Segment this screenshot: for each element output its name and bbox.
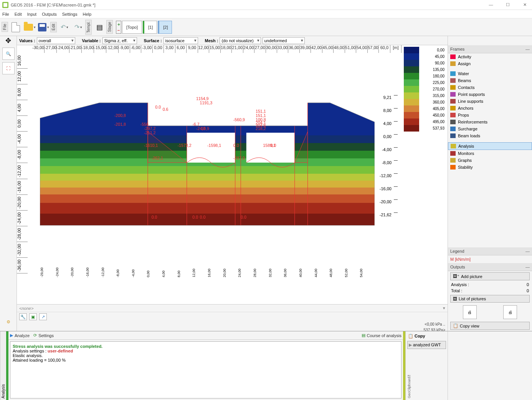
add-picture-button[interactable]: 🖼⁺Add picture <box>450 272 530 280</box>
redo-icon: ↷ <box>74 23 79 31</box>
geoclipboard-label: GeoClipboard™ <box>407 373 411 398</box>
frame-icon <box>450 133 456 138</box>
frame-item-monitors[interactable]: Monitors <box>448 150 532 157</box>
print-button[interactable]: 🖨 <box>463 305 477 319</box>
mesh-label: Mesh : <box>205 38 218 43</box>
move-cursor-icon[interactable]: ✥ <box>5 36 11 45</box>
open-button[interactable]: ▾ <box>23 20 36 34</box>
svg-text:-201,8: -201,8 <box>114 122 126 126</box>
frame-icon <box>450 151 456 156</box>
mesh-select[interactable]: (do not visualize) <box>220 37 261 44</box>
list-pictures-button[interactable]: 🖼List of pictures <box>450 295 530 303</box>
frame-item-water[interactable]: Water <box>448 70 532 77</box>
menu-settings[interactable]: Settings <box>62 12 78 16</box>
svg-text:218,2: 218,2 <box>256 126 266 130</box>
variable-select[interactable]: Sigma z, eff. <box>102 37 137 44</box>
play-icon: ▶ <box>409 342 412 347</box>
selection-none[interactable]: <none> <box>19 306 441 311</box>
svg-rect-8 <box>40 181 375 188</box>
frame-item-anchors[interactable]: Anchors <box>448 105 532 112</box>
save-button[interactable]: ▾ <box>37 20 50 34</box>
settings-gear-button[interactable]: ⚙ <box>2 316 15 328</box>
frame-item-reinforcements[interactable]: Reinforcements <box>448 119 532 125</box>
stage-tab-topo[interactable]: [Topo] <box>122 21 142 34</box>
svg-text:-10,9: -10,9 <box>200 126 209 130</box>
minimize-button[interactable]: — <box>486 2 496 7</box>
print-color-button[interactable]: 🖨 <box>503 305 517 319</box>
tool-add-button[interactable]: ▣ <box>29 313 37 320</box>
svg-rect-6 <box>40 166 375 174</box>
copy-column: 📋 Copy ▶analyzed GWT GeoClipboard™ <box>405 331 448 400</box>
stage-tab-1[interactable]: [1] <box>143 21 157 34</box>
template-button[interactable]: ▤ <box>93 20 106 34</box>
menu-edit[interactable]: Edit <box>15 12 22 16</box>
document-icon <box>12 22 20 32</box>
copy-view-button[interactable]: 📋Copy view <box>450 322 530 330</box>
window-title: GEO5 2016 - FEM [C:\FEM\screen-01.gmk *] <box>11 3 96 7</box>
deform-select[interactable]: undeformed <box>263 37 305 44</box>
expand-icon: ⛶ <box>6 66 10 71</box>
frame-item-graphs[interactable]: Graphs <box>448 157 532 164</box>
menu-help[interactable]: Help <box>83 12 91 16</box>
wrench-icon: 🔧 <box>20 314 26 319</box>
svg-text:-200,8: -200,8 <box>114 113 126 118</box>
zoom-region-button[interactable]: 🔍 <box>2 48 15 60</box>
frame-icon <box>450 85 456 90</box>
svg-text:0.0: 0.0 <box>271 143 276 147</box>
menu-input[interactable]: Input <box>27 12 36 16</box>
tool-arrow-button[interactable]: ↗ <box>39 313 47 320</box>
frame-item-beam-loads[interactable]: Beam loads <box>448 132 532 139</box>
frame-icon <box>450 106 456 110</box>
zoom-fit-button[interactable]: ⛶ <box>2 62 15 74</box>
svg-text:-1573,2: -1573,2 <box>177 143 191 147</box>
frames-header: Frames— <box>448 45 532 53</box>
frame-item-analysis[interactable]: Analysis <box>448 142 532 150</box>
undo-button[interactable]: ↶▾ <box>58 20 71 34</box>
stage-tab-2[interactable]: [2] <box>158 21 172 34</box>
stage-add-remove[interactable]: ＋− <box>116 21 121 34</box>
templ-vtab[interactable]: Templ. <box>85 20 92 35</box>
frame-icon <box>450 158 456 163</box>
right-axis: 9,218,004,000,00-4,00-8,00-12,00-16,00-2… <box>378 95 398 226</box>
svg-text:0.0: 0.0 <box>252 95 258 96</box>
close-button[interactable]: ✕ <box>520 2 530 7</box>
frame-item-point-supports[interactable]: Point supports <box>448 91 532 98</box>
svg-text:0.0: 0.0 <box>192 215 198 219</box>
file-vtab[interactable]: File <box>2 22 8 32</box>
frame-item-line-supports[interactable]: Line supports <box>448 98 532 105</box>
chart-icon: ▤ <box>362 333 365 338</box>
surface-select[interactable]: isosurface <box>164 37 198 44</box>
tool-wrench-button[interactable]: 🔧 <box>19 313 27 320</box>
gear-icon: ⚙ <box>7 319 10 324</box>
copy-icon: 📋 <box>408 334 413 338</box>
frame-item-activity[interactable]: Activity <box>448 53 532 60</box>
copy-analyzed-gwt[interactable]: ▶analyzed GWT <box>407 341 446 349</box>
frame-item-stability[interactable]: Stability <box>448 164 532 171</box>
color-scale: 0,0045,0090,00135,00180,00225,00270,0031… <box>404 47 446 132</box>
fem-canvas[interactable]: -30,00-27,00-24,00-21,00-18,00-15,00-12,… <box>17 45 448 304</box>
frame-item-props[interactable]: Props <box>448 112 532 119</box>
frame-icon <box>450 99 456 104</box>
new-button[interactable] <box>9 20 22 34</box>
values-select[interactable]: overall <box>37 37 75 44</box>
stage-vtab[interactable]: Stage <box>106 20 113 34</box>
svg-text:0.0: 0.0 <box>233 143 239 147</box>
frame-item-contacts[interactable]: Contacts <box>448 84 532 91</box>
frame-item-surcharge[interactable]: Surcharge <box>448 125 532 132</box>
course-of-analysis-button[interactable]: ▤Course of analysis <box>362 333 402 338</box>
svg-text:1191,3: 1191,3 <box>200 100 213 105</box>
menu-file[interactable]: File <box>2 12 9 16</box>
maximize-button[interactable]: ☐ <box>503 2 513 7</box>
edit-vtab[interactable]: Edit <box>50 22 57 32</box>
analyze-button[interactable]: ▶Analyze <box>10 333 30 338</box>
minus-icon: − <box>116 27 121 33</box>
redo-button[interactable]: ↷▾ <box>72 20 85 34</box>
svg-text:0.0: 0.0 <box>155 105 161 109</box>
menu-outputs[interactable]: Outputs <box>42 12 57 16</box>
frame-item-beams[interactable]: Beams <box>448 77 532 84</box>
analysis-settings-button[interactable]: ⟳Settings <box>33 333 54 338</box>
frame-item-assign[interactable]: Assign <box>448 60 532 67</box>
svg-rect-7 <box>40 174 375 181</box>
bottom-panel: Analysis ▶Analyze ⟳Settings ▤Course of a… <box>0 331 532 400</box>
legend-item: M [kNm/m] <box>448 255 532 263</box>
